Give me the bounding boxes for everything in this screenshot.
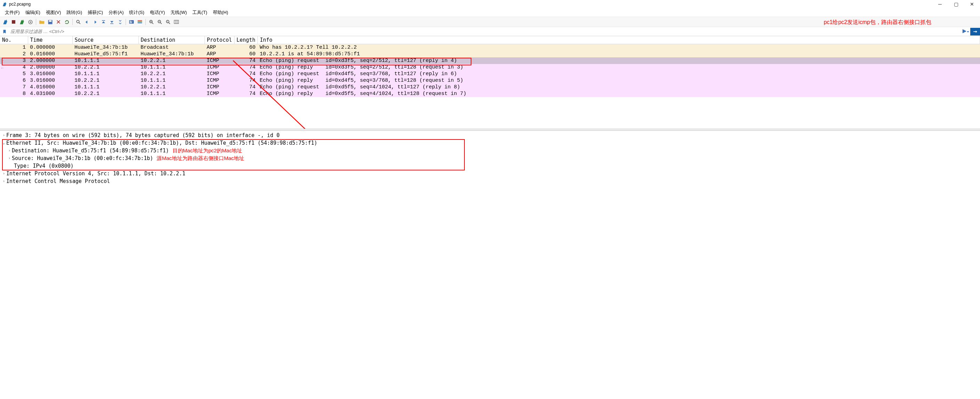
- save-file-icon[interactable]: [46, 18, 54, 26]
- cell: 0.016000: [28, 51, 72, 57]
- auto-scroll-icon[interactable]: [128, 18, 135, 26]
- col-destination[interactable]: Destination: [138, 36, 205, 44]
- table-row[interactable]: 74.01600010.1.1.110.2.2.1ICMP74Echo (pin…: [0, 84, 980, 91]
- colorize-icon[interactable]: [136, 18, 144, 26]
- svg-line-26: [169, 22, 170, 24]
- bookmark-icon[interactable]: [1, 28, 8, 35]
- cell: 6: [0, 77, 28, 84]
- find-icon[interactable]: [75, 18, 82, 26]
- filter-bar: ⯈▾: [0, 27, 980, 36]
- menu-item[interactable]: 无线(W): [168, 9, 189, 16]
- menu-item[interactable]: 跳转(G): [64, 9, 85, 16]
- shark-fin-icon[interactable]: [2, 18, 9, 26]
- detail-icmp[interactable]: ›Internet Control Message Protocol: [0, 177, 980, 185]
- separator: [36, 19, 36, 25]
- col-protocol[interactable]: Protocol: [205, 36, 234, 44]
- col-no[interactable]: No.: [0, 36, 28, 44]
- cell: 4.031000: [28, 91, 72, 97]
- zoom-in-icon[interactable]: [148, 18, 155, 26]
- go-forward-icon[interactable]: [91, 18, 99, 26]
- close-button[interactable]: ✕: [964, 0, 980, 8]
- menu-item[interactable]: 捕获(C): [85, 9, 106, 16]
- detail-ip[interactable]: ›Internet Protocol Version 4, Src: 10.1.…: [0, 170, 980, 177]
- maximize-button[interactable]: ▢: [948, 0, 964, 8]
- cell: Broadcast: [138, 44, 205, 51]
- cell: Echo (ping) request id=0xd5f5, seq=4/102…: [258, 84, 980, 91]
- window-controls: ─ ▢ ✕: [932, 0, 980, 8]
- filter-apply-button[interactable]: [970, 28, 980, 35]
- table-row[interactable]: 10.000000HuaweiTe_34:7b:1bBroadcastARP60…: [0, 44, 980, 51]
- cell: 10.2.2.1: [72, 77, 138, 84]
- col-info[interactable]: Info: [258, 36, 980, 44]
- cell: 60: [234, 51, 258, 57]
- svg-point-2: [30, 21, 31, 22]
- open-file-icon[interactable]: [38, 18, 46, 26]
- chevron-right-icon[interactable]: ›: [7, 154, 12, 162]
- detail-eth-dst[interactable]: ›Destination: HuaweiTe_d5:75:f1 (54:89:9…: [0, 147, 980, 154]
- detail-frame[interactable]: ›Frame 3: 74 bytes on wire (592 bits), 7…: [0, 132, 980, 139]
- detail-eth-src[interactable]: ›Source: HuaweiTe_34:7b:1b (00:e0:fc:34:…: [0, 154, 980, 162]
- menu-item[interactable]: 帮助(H): [210, 9, 231, 16]
- chevron-right-icon[interactable]: ›: [7, 147, 12, 154]
- zoom-out-icon[interactable]: [156, 18, 164, 26]
- display-filter-input[interactable]: [9, 28, 961, 35]
- cell: 74: [234, 71, 258, 77]
- cell: 2.000000: [28, 57, 72, 64]
- close-file-icon[interactable]: [55, 18, 62, 26]
- menu-item[interactable]: 分析(A): [106, 9, 126, 16]
- table-row[interactable]: 42.00000010.2.2.110.1.1.1ICMP74Echo (pin…: [0, 64, 980, 71]
- cell: 1: [0, 44, 28, 51]
- col-time[interactable]: Time: [28, 36, 72, 44]
- table-row[interactable]: 32.00000010.1.1.110.2.2.1ICMP74Echo (pin…: [0, 57, 980, 64]
- svg-rect-10: [110, 23, 113, 24]
- cell: ARP: [205, 51, 234, 57]
- zoom-reset-icon[interactable]: 1: [164, 18, 172, 26]
- col-source[interactable]: Source: [72, 36, 138, 44]
- table-row[interactable]: 63.01600010.2.2.110.1.1.1ICMP74Echo (pin…: [0, 77, 980, 84]
- packet-relation-marker: ←: [0, 66, 5, 70]
- table-row[interactable]: 20.016000HuaweiTe_d5:75:f1HuaweiTe_34:7b…: [0, 51, 980, 57]
- svg-rect-16: [138, 21, 142, 22]
- packet-list[interactable]: No. Time Source Destination Protocol Len…: [0, 36, 980, 129]
- menu-item[interactable]: 工具(T): [189, 9, 210, 16]
- app-icon: [2, 2, 7, 6]
- stop-capture-icon[interactable]: [10, 18, 18, 26]
- cell: ICMP: [205, 77, 234, 84]
- menubar: 文件(F)编辑(E)视图(V)跳转(G)捕获(C)分析(A)统计(S)电话(Y)…: [0, 8, 980, 17]
- cell: ICMP: [205, 91, 234, 97]
- menu-item[interactable]: 视图(V): [43, 9, 64, 16]
- go-first-icon[interactable]: [108, 18, 116, 26]
- go-last-icon[interactable]: [116, 18, 124, 26]
- menu-item[interactable]: 编辑(E): [22, 9, 43, 16]
- packet-table[interactable]: No. Time Source Destination Protocol Len…: [0, 36, 980, 97]
- chevron-right-icon[interactable]: ›: [2, 177, 6, 185]
- cell: 4.016000: [28, 84, 72, 91]
- svg-rect-13: [130, 22, 132, 22]
- menu-item[interactable]: 统计(S): [126, 9, 147, 16]
- options-icon[interactable]: [26, 18, 34, 26]
- table-row[interactable]: 84.03100010.2.2.110.1.1.1ICMP74Echo (pin…: [0, 91, 980, 97]
- menu-item[interactable]: 文件(F): [2, 9, 22, 16]
- cell: 60: [234, 44, 258, 51]
- detail-ethernet[interactable]: ⌄Ethernet II, Src: HuaweiTe_34:7b:1b (00…: [0, 139, 980, 147]
- cell: 74: [234, 84, 258, 91]
- cell: ARP: [205, 44, 234, 51]
- table-row[interactable]: 53.01600010.1.1.110.2.2.1ICMP74Echo (pin…: [0, 71, 980, 77]
- chevron-right-icon[interactable]: ›: [2, 170, 6, 177]
- detail-eth-type[interactable]: Type: IPv4 (0x0800): [0, 162, 980, 170]
- expression-icon[interactable]: ⯈▾: [962, 28, 970, 35]
- cell: HuaweiTe_34:7b:1b: [72, 44, 138, 51]
- menu-item[interactable]: 电话(Y): [147, 9, 168, 16]
- packet-details[interactable]: ›Frame 3: 74 bytes on wire (592 bits), 7…: [0, 131, 980, 186]
- col-length[interactable]: Length: [234, 36, 258, 44]
- cell: 10.2.2.1: [72, 91, 138, 97]
- svg-rect-0: [12, 20, 15, 24]
- chevron-down-icon[interactable]: ⌄: [2, 139, 6, 147]
- go-back-icon[interactable]: [83, 18, 91, 26]
- restart-capture-icon[interactable]: [18, 18, 26, 26]
- minimize-button[interactable]: ─: [932, 0, 948, 8]
- go-to-packet-icon[interactable]: [100, 18, 107, 26]
- chevron-right-icon[interactable]: ›: [2, 132, 6, 139]
- resize-columns-icon[interactable]: [173, 18, 180, 26]
- reload-icon[interactable]: [63, 18, 71, 26]
